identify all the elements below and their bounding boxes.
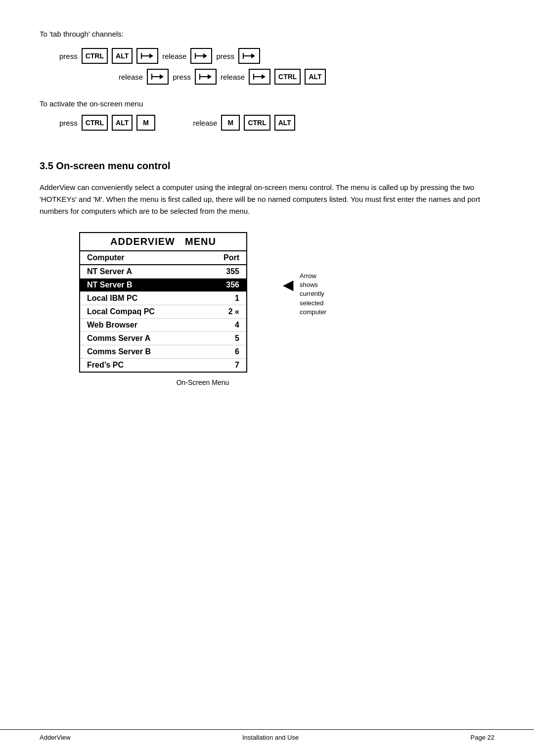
row-name-6: Comms Server A xyxy=(87,334,220,343)
arrow-icon: ◀ xyxy=(283,277,294,293)
tab-key-2 xyxy=(190,48,212,64)
press-label-3: press xyxy=(173,73,191,81)
activate-menu-label: To activate the on-screen menu xyxy=(40,99,494,108)
footer-left: AdderView xyxy=(40,734,71,741)
footer: AdderView Installation and Use Page 22 xyxy=(0,729,534,741)
col-port: Port xyxy=(223,253,239,262)
row-name-8: Fred’s PC xyxy=(87,361,220,370)
menu-row-freds-pc: Fred’s PC 7 xyxy=(80,359,246,372)
svg-marker-11 xyxy=(160,74,164,79)
menu-row-comms-a: Comms Server A 5 xyxy=(80,332,246,345)
tab-key-6 xyxy=(249,69,270,85)
footer-center: Installation and Use xyxy=(242,734,299,741)
menu-box: ADDERVIEW MENU Computer Port NT Server A… xyxy=(79,232,247,373)
release-label-3: release xyxy=(221,73,245,81)
row-port-1: 355 xyxy=(220,267,239,276)
page: To 'tab through' channels: press CTRL AL… xyxy=(0,0,534,756)
ctrl-key-2: CTRL xyxy=(274,69,301,85)
arrow-annotation: ◀ Arrow shows currently selected compute… xyxy=(292,272,326,317)
row-port-6: 5 xyxy=(220,334,239,343)
section-heading: 3.5 On-screen menu control xyxy=(40,160,494,172)
press-label-1: press xyxy=(59,52,78,60)
body-text: AdderView can conveniently select a comp… xyxy=(40,182,494,217)
col-computer: Computer xyxy=(87,253,125,262)
menu-row-local-compaq: Local Compaq PC 2 « xyxy=(80,305,246,319)
tab-key-4 xyxy=(147,69,169,85)
key-sequence-tab: press CTRL ALT release press xyxy=(59,48,494,85)
menu-col-headers: Computer Port xyxy=(80,251,246,265)
tab-key-1 xyxy=(136,48,158,64)
menu-row-nt-server-b: NT Server B 356 xyxy=(80,279,246,292)
release-label-1: release xyxy=(162,52,186,60)
svg-marker-14 xyxy=(208,74,212,79)
menu-row-comms-b: Comms Server B 6 xyxy=(80,345,246,359)
ctrl-key-4: CTRL xyxy=(244,115,270,131)
tab-key-3 xyxy=(238,48,260,64)
alt-key-3: ALT xyxy=(112,115,133,131)
svg-marker-5 xyxy=(203,53,207,58)
menu-title-2: MENU xyxy=(185,236,216,247)
menu-caption: On-Screen Menu xyxy=(119,378,287,386)
key-row-1: press CTRL ALT release press xyxy=(59,48,494,64)
svg-marker-2 xyxy=(149,53,153,58)
row-name-1: NT Server A xyxy=(87,267,220,276)
row-port-5: 4 xyxy=(220,321,239,330)
key-row-2: release press release xyxy=(119,69,494,85)
press-label-2: press xyxy=(216,52,234,60)
m-key-1: M xyxy=(136,115,155,131)
row-name-3: Local IBM PC xyxy=(87,294,220,303)
row-port-8: 7 xyxy=(220,361,239,370)
tab-key-5 xyxy=(195,69,217,85)
ctrl-key-3: CTRL xyxy=(82,115,108,131)
m-key-2: M xyxy=(221,115,240,131)
menu-header: ADDERVIEW MENU xyxy=(80,233,246,251)
row-port-2: 356 xyxy=(220,281,239,289)
alt-key-1: ALT xyxy=(112,48,133,64)
row-name-7: Comms Server B xyxy=(87,347,220,356)
release-label-2: release xyxy=(119,73,143,81)
row-name-2: NT Server B xyxy=(87,281,220,289)
row-port-3: 1 xyxy=(220,294,239,303)
key-sequence-menu: press CTRL ALT M release M CTRL ALT xyxy=(59,115,494,131)
svg-marker-17 xyxy=(262,74,266,79)
release-label-4: release xyxy=(193,119,217,127)
row-port-7: 6 xyxy=(220,347,239,356)
svg-marker-8 xyxy=(251,53,255,58)
row-name-5: Web Browser xyxy=(87,321,220,330)
ctrl-key-1: CTRL xyxy=(82,48,108,64)
menu-title-1: ADDERVIEW xyxy=(110,236,175,247)
row-name-4: Local Compaq PC xyxy=(87,307,220,316)
row-port-4: 2 « xyxy=(220,307,239,316)
alt-key-4: ALT xyxy=(274,115,295,131)
menu-row-local-ibm: Local IBM PC 1 xyxy=(80,292,246,305)
menu-container: ADDERVIEW MENU Computer Port NT Server A… xyxy=(79,232,494,386)
annotation-text: Arrow shows currently selected computer xyxy=(300,272,326,317)
key-row-3: press CTRL ALT M release M CTRL ALT xyxy=(59,115,494,131)
alt-key-2: ALT xyxy=(305,69,325,85)
press-label-4: press xyxy=(59,119,78,127)
footer-right: Page 22 xyxy=(471,734,494,741)
menu-row-nt-server-a: NT Server A 355 xyxy=(80,265,246,279)
menu-row-web-browser: Web Browser 4 xyxy=(80,319,246,332)
tab-through-label: To 'tab through' channels: xyxy=(40,30,494,38)
